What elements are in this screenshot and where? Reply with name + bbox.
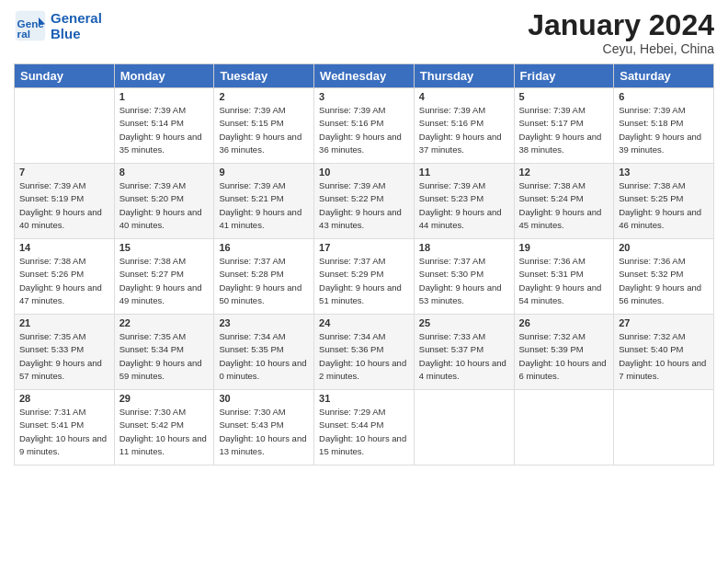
calendar-day-cell: 16 Sunrise: 7:37 AM Sunset: 5:28 PM Dayl…	[214, 239, 314, 315]
sunset-text: Sunset: 5:28 PM	[219, 268, 309, 281]
daylight-text: Daylight: 9 hours and 35 minutes.	[119, 131, 210, 157]
daylight-text: Daylight: 9 hours and 57 minutes.	[19, 357, 109, 384]
day-info: Sunrise: 7:39 AM Sunset: 5:18 PM Dayligh…	[619, 104, 709, 156]
location-title: Ceyu, Hebei, China	[528, 41, 714, 56]
calendar-day-cell: 30 Sunrise: 7:30 AM Sunset: 5:43 PM Dayl…	[214, 390, 314, 465]
day-number: 5	[519, 91, 609, 102]
sunset-text: Sunset: 5:15 PM	[219, 117, 309, 130]
logo: Gene ral General Blue	[14, 9, 102, 42]
day-number: 23	[219, 317, 309, 328]
sunset-text: Sunset: 5:26 PM	[19, 268, 109, 281]
day-header-wednesday: Wednesday	[314, 64, 415, 88]
calendar-day-cell: 29 Sunrise: 7:30 AM Sunset: 5:42 PM Dayl…	[114, 390, 214, 465]
calendar-day-cell: 8 Sunrise: 7:39 AM Sunset: 5:20 PM Dayli…	[114, 164, 214, 239]
day-number: 29	[119, 393, 210, 404]
day-number: 18	[419, 242, 509, 253]
calendar-day-cell: 24 Sunrise: 7:34 AM Sunset: 5:36 PM Dayl…	[314, 315, 415, 390]
daylight-text: Daylight: 9 hours and 54 minutes.	[519, 282, 609, 308]
calendar-day-cell: 22 Sunrise: 7:35 AM Sunset: 5:34 PM Dayl…	[114, 315, 214, 390]
day-info: Sunrise: 7:33 AM Sunset: 5:37 PM Dayligh…	[419, 330, 509, 383]
logo-icon: Gene ral	[14, 9, 47, 42]
day-info: Sunrise: 7:32 AM Sunset: 5:40 PM Dayligh…	[619, 330, 709, 383]
calendar-day-cell: 9 Sunrise: 7:39 AM Sunset: 5:21 PM Dayli…	[214, 164, 314, 239]
daylight-text: Daylight: 9 hours and 39 minutes.	[619, 131, 709, 157]
sunrise-text: Sunrise: 7:39 AM	[219, 104, 309, 117]
calendar-day-cell: 3 Sunrise: 7:39 AM Sunset: 5:16 PM Dayli…	[314, 88, 415, 164]
day-header-monday: Monday	[114, 64, 214, 88]
day-number: 1	[119, 91, 210, 102]
day-number: 7	[19, 167, 109, 178]
sunrise-text: Sunrise: 7:35 AM	[19, 330, 109, 343]
sunrise-text: Sunrise: 7:35 AM	[119, 330, 210, 343]
day-info: Sunrise: 7:39 AM Sunset: 5:16 PM Dayligh…	[419, 104, 509, 156]
sunrise-text: Sunrise: 7:34 AM	[319, 330, 409, 343]
daylight-text: Daylight: 9 hours and 37 minutes.	[419, 131, 509, 157]
day-number: 16	[219, 242, 309, 253]
day-info: Sunrise: 7:29 AM Sunset: 5:44 PM Dayligh…	[319, 406, 409, 458]
sunset-text: Sunset: 5:44 PM	[319, 419, 409, 431]
sunset-text: Sunset: 5:30 PM	[419, 268, 509, 281]
sunrise-text: Sunrise: 7:39 AM	[19, 179, 109, 192]
sunset-text: Sunset: 5:20 PM	[119, 192, 210, 205]
day-number: 22	[119, 317, 210, 328]
day-number: 10	[319, 167, 409, 178]
day-number: 13	[619, 167, 709, 178]
daylight-text: Daylight: 10 hours and 11 minutes.	[119, 432, 210, 459]
day-number: 21	[19, 317, 109, 328]
sunset-text: Sunset: 5:40 PM	[619, 343, 709, 356]
day-number: 2	[219, 91, 309, 102]
day-number: 6	[619, 91, 709, 102]
calendar-day-cell: 7 Sunrise: 7:39 AM Sunset: 5:19 PM Dayli…	[15, 164, 115, 239]
daylight-text: Daylight: 9 hours and 49 minutes.	[119, 282, 210, 308]
calendar-day-cell: 28 Sunrise: 7:31 AM Sunset: 5:41 PM Dayl…	[15, 390, 115, 465]
sunset-text: Sunset: 5:21 PM	[219, 192, 309, 205]
calendar-day-cell: 6 Sunrise: 7:39 AM Sunset: 5:18 PM Dayli…	[614, 88, 714, 164]
sunrise-text: Sunrise: 7:36 AM	[519, 255, 609, 268]
calendar-day-cell: 15 Sunrise: 7:38 AM Sunset: 5:27 PM Dayl…	[114, 239, 214, 315]
daylight-text: Daylight: 9 hours and 46 minutes.	[619, 206, 709, 233]
day-info: Sunrise: 7:32 AM Sunset: 5:39 PM Dayligh…	[519, 330, 609, 383]
sunrise-text: Sunrise: 7:38 AM	[19, 255, 109, 268]
sunrise-text: Sunrise: 7:29 AM	[319, 406, 409, 419]
daylight-text: Daylight: 9 hours and 41 minutes.	[219, 206, 309, 233]
day-info: Sunrise: 7:35 AM Sunset: 5:33 PM Dayligh…	[19, 330, 109, 383]
sunrise-text: Sunrise: 7:38 AM	[619, 179, 709, 192]
day-number: 20	[619, 242, 709, 253]
daylight-text: Daylight: 9 hours and 45 minutes.	[519, 206, 609, 233]
sunset-text: Sunset: 5:22 PM	[319, 192, 409, 205]
day-info: Sunrise: 7:39 AM Sunset: 5:14 PM Dayligh…	[119, 104, 210, 156]
day-number: 27	[619, 317, 709, 328]
daylight-text: Daylight: 9 hours and 50 minutes.	[219, 282, 309, 308]
calendar: SundayMondayTuesdayWednesdayThursdayFrid…	[14, 63, 714, 465]
sunset-text: Sunset: 5:36 PM	[319, 343, 409, 356]
daylight-text: Daylight: 10 hours and 2 minutes.	[319, 357, 409, 384]
sunrise-text: Sunrise: 7:31 AM	[19, 406, 109, 419]
sunset-text: Sunset: 5:43 PM	[219, 419, 309, 431]
day-number: 26	[519, 317, 609, 328]
calendar-day-cell: 1 Sunrise: 7:39 AM Sunset: 5:14 PM Dayli…	[114, 88, 214, 164]
sunrise-text: Sunrise: 7:36 AM	[619, 255, 709, 268]
day-info: Sunrise: 7:38 AM Sunset: 5:25 PM Dayligh…	[619, 179, 709, 232]
sunset-text: Sunset: 5:37 PM	[419, 343, 509, 356]
sunrise-text: Sunrise: 7:39 AM	[419, 104, 509, 117]
sunrise-text: Sunrise: 7:30 AM	[119, 406, 210, 419]
sunrise-text: Sunrise: 7:39 AM	[619, 104, 709, 117]
daylight-text: Daylight: 9 hours and 36 minutes.	[319, 131, 409, 157]
calendar-day-cell: 12 Sunrise: 7:38 AM Sunset: 5:24 PM Dayl…	[514, 164, 614, 239]
sunrise-text: Sunrise: 7:39 AM	[219, 179, 309, 192]
daylight-text: Daylight: 9 hours and 44 minutes.	[419, 206, 509, 233]
calendar-week-row: 1 Sunrise: 7:39 AM Sunset: 5:14 PM Dayli…	[15, 88, 714, 164]
calendar-day-cell: 2 Sunrise: 7:39 AM Sunset: 5:15 PM Dayli…	[214, 88, 314, 164]
sunrise-text: Sunrise: 7:39 AM	[119, 104, 210, 117]
day-info: Sunrise: 7:30 AM Sunset: 5:43 PM Dayligh…	[219, 406, 309, 458]
sunrise-text: Sunrise: 7:39 AM	[519, 104, 609, 117]
calendar-week-row: 7 Sunrise: 7:39 AM Sunset: 5:19 PM Dayli…	[15, 164, 714, 239]
sunrise-text: Sunrise: 7:30 AM	[219, 406, 309, 419]
calendar-day-cell: 11 Sunrise: 7:39 AM Sunset: 5:23 PM Dayl…	[414, 164, 514, 239]
sunset-text: Sunset: 5:18 PM	[619, 117, 709, 130]
day-info: Sunrise: 7:38 AM Sunset: 5:24 PM Dayligh…	[519, 179, 609, 232]
day-header-sunday: Sunday	[15, 64, 115, 88]
day-info: Sunrise: 7:34 AM Sunset: 5:36 PM Dayligh…	[319, 330, 409, 383]
daylight-text: Daylight: 10 hours and 7 minutes.	[619, 357, 709, 384]
day-number: 15	[119, 242, 210, 253]
